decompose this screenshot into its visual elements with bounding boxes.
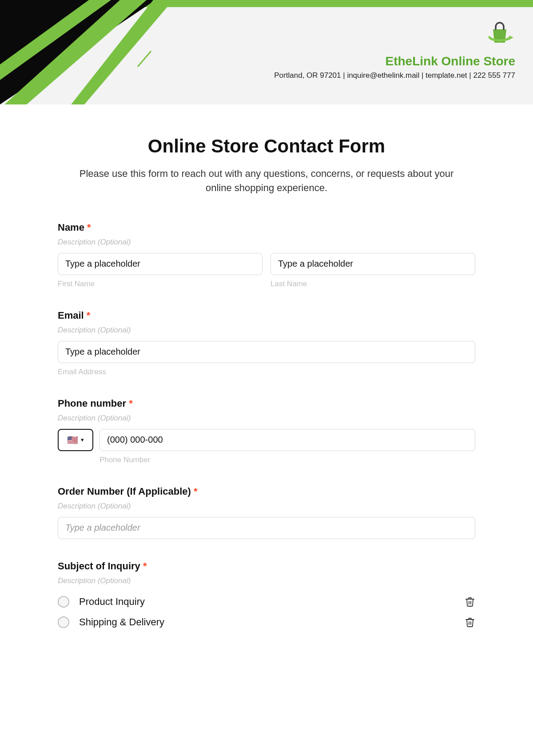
trash-icon[interactable] (465, 596, 475, 607)
first-name-input[interactable] (58, 253, 263, 275)
subject-option: Product Inquiry (58, 592, 475, 612)
form-title: Online Store Contact Form (58, 136, 475, 157)
name-label: Name * (58, 222, 475, 233)
order-number-input[interactable] (58, 517, 475, 539)
field-email: Email * Description (Optional) Email Add… (58, 310, 475, 376)
svg-marker-5 (509, 36, 513, 40)
name-description-optional: Description (Optional) (58, 238, 475, 247)
email-description-optional: Description (Optional) (58, 326, 475, 335)
phone-label: Phone number * (58, 398, 475, 409)
shopping-bag-icon (484, 18, 515, 51)
subject-option-label: Product Inquiry (79, 596, 465, 608)
subject-label: Subject of Inquiry * (58, 560, 475, 572)
phone-description-optional: Description (Optional) (58, 414, 475, 423)
radio-button[interactable] (58, 596, 69, 608)
form-description: Please use this form to reach out with a… (71, 167, 462, 195)
subject-option: Shipping & Delivery (58, 612, 475, 632)
subject-label-text: Subject of Inquiry (58, 560, 140, 572)
order-description-optional: Description (Optional) (58, 502, 475, 511)
field-name: Name * Description (Optional) First Name… (58, 222, 475, 288)
form-container: Online Store Contact Form Please use thi… (0, 104, 533, 672)
page-header: EtheLink Online Store Portland, OR 97201… (0, 0, 533, 104)
name-label-text: Name (58, 222, 84, 233)
header-graphic (0, 0, 195, 104)
subject-option-label: Shipping & Delivery (79, 616, 465, 628)
subject-options: Product Inquiry Shipping & Delivery (58, 592, 475, 632)
first-name-sublabel: First Name (58, 280, 263, 288)
subject-description-optional: Description (Optional) (58, 576, 475, 585)
last-name-input[interactable] (270, 253, 475, 275)
brand-name: EtheLink Online Store (274, 54, 515, 68)
phone-input[interactable] (99, 429, 475, 451)
country-code-select[interactable]: 🇺🇸 ▾ (58, 429, 93, 451)
field-order-number: Order Number (If Applicable) * Descripti… (58, 486, 475, 539)
email-label-text: Email (58, 310, 84, 321)
last-name-sublabel: Last Name (270, 280, 475, 288)
email-label: Email * (58, 310, 475, 321)
brand-contact-line: Portland, OR 97201 | inquire@ethelink.ma… (274, 71, 515, 80)
required-mark: * (129, 398, 133, 409)
required-mark: * (194, 486, 198, 497)
required-mark: * (143, 560, 147, 572)
email-input[interactable] (58, 341, 475, 363)
brand-block: EtheLink Online Store Portland, OR 97201… (274, 18, 515, 80)
field-phone: Phone number * Description (Optional) 🇺🇸… (58, 398, 475, 464)
order-label: Order Number (If Applicable) * (58, 486, 475, 497)
phone-label-text: Phone number (58, 398, 126, 409)
trash-icon[interactable] (465, 617, 475, 628)
required-mark: * (87, 310, 91, 321)
radio-button[interactable] (58, 616, 69, 628)
svg-line-4 (138, 51, 151, 67)
chevron-down-icon: ▾ (81, 436, 84, 443)
email-sublabel: Email Address (58, 368, 475, 376)
phone-sublabel: Phone Number (99, 456, 475, 464)
field-subject: Subject of Inquiry * Description (Option… (58, 560, 475, 632)
us-flag-icon: 🇺🇸 (67, 436, 78, 444)
order-label-text: Order Number (If Applicable) (58, 486, 191, 497)
required-mark: * (87, 222, 91, 233)
